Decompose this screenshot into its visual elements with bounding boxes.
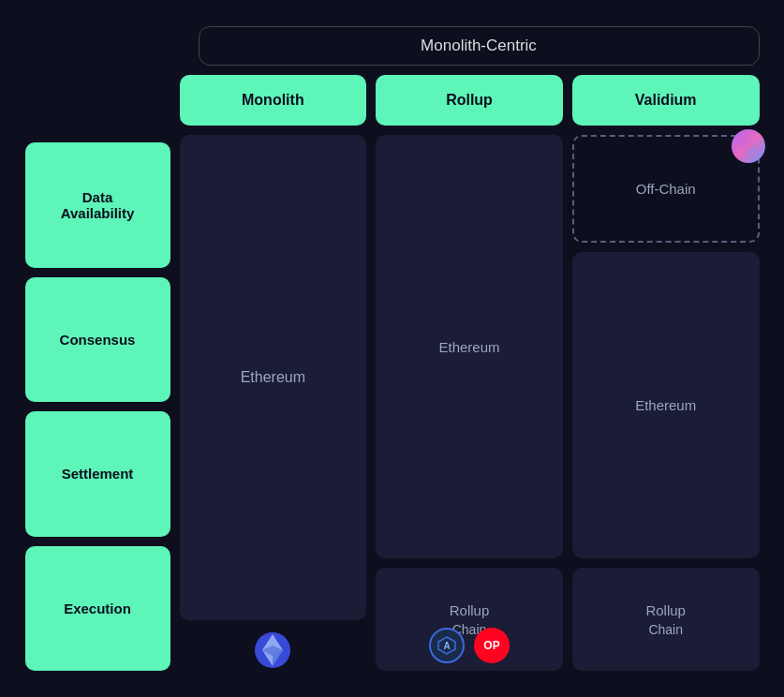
rollup-chain-cell: Rollup Chain A OP — [376, 568, 563, 671]
main-grid: Data Availability Consensus Settlement E… — [25, 75, 760, 671]
gem-icon — [732, 129, 765, 163]
validium-rollup-cell: Rollup Chain — [572, 568, 760, 671]
validium-ethereum-cell: Ethereum — [572, 252, 760, 558]
row-label-consensus: Consensus — [25, 277, 170, 403]
col-cells: Ethereum — [180, 135, 760, 671]
diagram-wrapper: Monolith-Centric Data Availability Conse… — [8, 9, 777, 688]
col-header-validium: Validium — [572, 75, 760, 126]
col-header-monolith: Monolith — [180, 75, 367, 126]
settlement-label: Settlement — [62, 466, 134, 482]
monolith-cell-label: Ethereum — [241, 369, 305, 386]
validium-column: Off-Chain — [572, 135, 760, 671]
header-label: Monolith-Centric — [421, 37, 537, 54]
optimism-logo: OP — [474, 628, 510, 663]
svg-text:A: A — [443, 641, 450, 651]
svg-marker-6 — [741, 139, 756, 154]
columns-area: Monolith Rollup Validium Ethereum — [180, 75, 760, 671]
row-labels: Data Availability Consensus Settlement E… — [25, 142, 170, 671]
consensus-label: Consensus — [60, 332, 136, 348]
row-label-data-availability: Data Availability — [25, 142, 170, 268]
validium-rollup-label2: Chain — [648, 622, 683, 637]
rollup-ethereum-cell: Ethereum — [376, 135, 563, 558]
execution-label: Execution — [64, 601, 131, 616]
validium-ethereum-label: Ethereum — [635, 397, 696, 413]
validium-rollup-label1: Rollup — [645, 602, 686, 618]
monolith-centric-header: Monolith-Centric — [199, 26, 760, 66]
rollup-ethereum-label: Ethereum — [438, 339, 499, 355]
ethereum-logo — [255, 632, 290, 668]
rollup-chain-label1: Rollup — [450, 602, 490, 618]
rollup-logos: A OP — [376, 628, 563, 663]
offchain-label: Off-Chain — [636, 181, 696, 197]
col-headers: Monolith Rollup Validium — [180, 75, 760, 126]
validium-offchain-cell: Off-Chain — [572, 135, 760, 243]
monolith-logo-row — [180, 630, 367, 671]
row-label-execution: Execution — [25, 546, 170, 672]
col-header-rollup: Rollup — [376, 75, 563, 126]
rollup-column: Ethereum Rollup Chain A — [376, 135, 563, 671]
monolith-ethereum-cell: Ethereum — [180, 135, 367, 620]
row-label-settlement: Settlement — [25, 411, 170, 537]
monolith-column: Ethereum — [180, 135, 367, 671]
arbitrum-logo: A — [429, 628, 465, 663]
